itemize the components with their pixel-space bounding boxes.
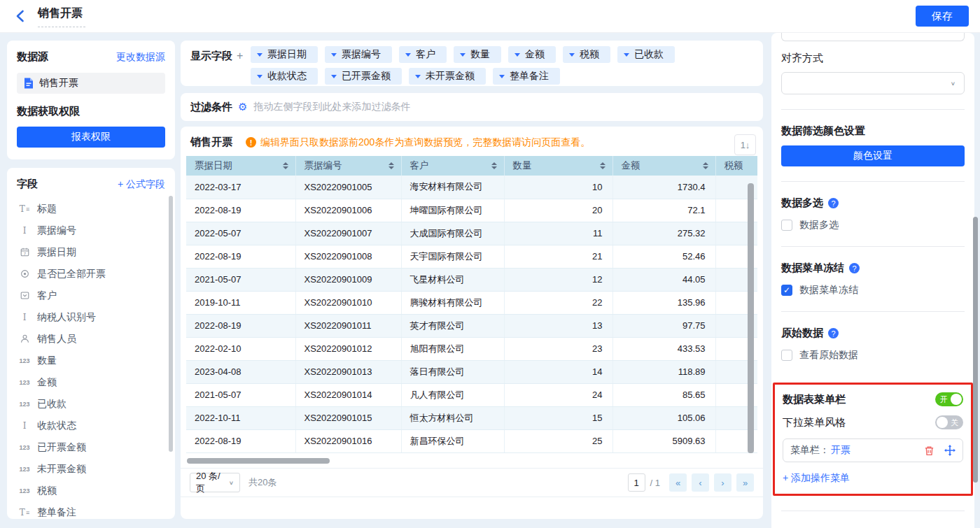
sort-arrows-icon[interactable] [703,162,708,169]
field-item[interactable]: 销售人员 [17,328,165,350]
table-row[interactable]: 2022-08-19 XS20220901011 英才有限公司 13 97.75 [186,314,757,337]
field-item[interactable]: 123 数量 [17,350,165,371]
save-button[interactable]: 保存 [916,6,969,27]
field-item[interactable]: 7 票据日期 [17,241,165,263]
column-header[interactable]: 票据日期 [186,156,295,176]
table-row[interactable]: 2022-03-17 XS20220901005 海安材料有限公司 10 173… [186,176,757,199]
menu-freeze-checkbox-row[interactable]: ✓ 数据菜单冻结 [781,284,965,297]
table-row[interactable]: 2022-08-19 XS20220901008 天宇国际有限公司 21 52.… [186,245,757,268]
sort-arrows-icon[interactable] [491,162,497,169]
column-header[interactable]: 数量 [504,156,612,176]
filter-panel: 过滤条件 ⚙ 拖动左侧字段到此处来添加过滤条件 [181,93,763,121]
menubar-toggle-on[interactable]: 开 [935,392,963,406]
table-row[interactable]: 2022-10-11 XS20220901015 恒太方材料公司 15 105.… [186,406,757,429]
color-settings-button[interactable]: 颜色设置 [781,145,965,166]
field-item[interactable]: 123 税额 [17,480,165,501]
display-field-chip[interactable]: 收款状态 [251,68,318,85]
help-icon[interactable]: ? [828,198,839,208]
cell-no: XS20220901007 [295,222,401,245]
display-field-chip[interactable]: 金额 [508,46,556,63]
fields-panel: 字段 + 公式字段 T≡ 标题 I 票据编号 7 票据日期 [7,168,175,519]
current-page-input[interactable]: 1 [628,473,645,492]
field-item[interactable]: 123 已开票金额 [17,436,165,458]
display-field-chip[interactable]: 整单备注 [493,68,560,85]
table-row[interactable]: 2022-05-07 XS20220901007 大成国际有限公司 11 275… [186,222,757,245]
table-row[interactable]: 2019-10-11 XS20220901010 腾骏材料有限公司 22 135… [186,291,757,314]
menu-item-row[interactable]: 菜单栏： 开票 [783,438,963,462]
help-icon[interactable]: ? [828,328,839,338]
field-item[interactable]: 客户 [17,285,165,306]
field-item[interactable]: I 收款状态 [17,415,165,436]
table-row[interactable]: 2022-02-10 XS20220901012 旭阳有限公司 23 433.5… [186,337,757,360]
checkbox-checked[interactable]: ✓ [781,285,792,296]
sort-arrows-icon[interactable] [283,162,288,169]
sort-order-icon: 1↓ [741,140,750,150]
table-row[interactable]: 2021-05-07 XS20220901009 飞星材料公司 12 44.05 [186,268,757,291]
report-permission-button[interactable]: 报表权限 [17,127,165,148]
text-icon: I [18,313,31,322]
add-formula-field-link[interactable]: + 公式字段 [118,178,165,191]
page-nav-button[interactable]: › [714,473,732,492]
sort-arrows-icon[interactable] [388,162,394,169]
datasource-item[interactable]: 销售开票 [17,73,165,94]
number-icon: 123 [18,487,31,494]
table-row[interactable]: 2022-08-19 XS20220901016 新昌环保公司 25 5909.… [186,429,757,452]
field-item[interactable]: T≡ 标题 [17,198,165,220]
multi-select-heading: 数据多选 [781,197,823,210]
field-item[interactable]: 123 未开票金额 [17,458,165,480]
table-horizontal-scrollbar[interactable] [187,458,330,464]
cell-amount: 433.53 [612,337,715,360]
change-datasource-link[interactable]: 更改数据源 [116,51,165,64]
field-item[interactable]: 123 已收款 [17,393,165,415]
display-field-chip[interactable]: 税额 [563,46,610,63]
display-field-chip[interactable]: 已收款 [617,46,675,63]
cell-no: XS20220901013 [295,360,401,383]
display-field-chip[interactable]: 未开票金额 [409,68,486,85]
field-item[interactable]: I 票据编号 [17,220,165,241]
table-row[interactable]: 2023-04-08 XS20220901013 落日有限公司 14 118.8… [186,360,757,383]
display-field-chip[interactable]: 票据编号 [325,46,392,63]
add-display-field-button[interactable]: + [237,50,243,62]
clipped-select[interactable] [781,33,965,41]
table-row[interactable]: 2021-05-07 XS20220901014 凡人有限公司 24 85.65 [186,383,757,406]
field-item[interactable]: 123 金额 [17,371,165,393]
raw-data-checkbox-row[interactable]: 查看原始数据 [781,349,965,362]
checkbox-unchecked[interactable] [781,350,792,361]
field-item[interactable]: I 纳税人识别号 [17,306,165,328]
column-header[interactable]: 税额 [715,156,757,176]
move-menu-handle[interactable] [944,445,955,456]
display-field-chip[interactable]: 票据日期 [251,46,318,63]
table-row[interactable]: 2022-08-19 XS20220901006 坤曜国际有限公司 20 72.… [186,199,757,222]
alignment-select[interactable]: ∨ [781,72,965,94]
fields-scrollbar[interactable] [169,196,173,452]
sort-arrows-icon[interactable] [600,162,606,169]
column-header[interactable]: 金额 [612,156,715,176]
add-operation-menu-link[interactable]: + 添加操作菜单 [783,472,963,485]
page-nav-button[interactable]: ‹ [692,473,709,492]
field-item[interactable]: T≡ 整单备注 [17,501,165,519]
display-field-chip[interactable]: 客户 [399,46,447,63]
gear-icon[interactable]: ⚙ [238,101,247,113]
page-nav-button[interactable]: « [669,473,687,492]
window-scrollbar[interactable] [973,217,978,483]
page-nav-button[interactable]: » [736,473,754,492]
table-vertical-scrollbar[interactable] [748,183,754,453]
delete-menu-button[interactable] [924,445,934,456]
field-item[interactable]: 是否已全部开票 [17,263,165,285]
number-icon: 123 [18,401,31,408]
display-field-chip[interactable]: 已开票金额 [325,68,402,85]
checkbox-unchecked[interactable] [781,220,792,231]
page-size-select[interactable]: 20 条/页 ∨ [190,473,240,492]
field-label: 票据编号 [37,224,76,237]
field-label: 标题 [37,203,57,215]
cell-date: 2022-05-07 [186,222,295,245]
column-header[interactable]: 票据编号 [295,156,401,176]
column-header[interactable]: 客户 [401,156,504,176]
sort-order-button[interactable]: 1↓ [734,134,756,155]
help-icon[interactable]: ? [849,263,860,273]
multi-select-checkbox-row[interactable]: 数据多选 [781,219,965,231]
dropdown-style-toggle-off[interactable]: 关 [935,415,963,429]
display-field-chip[interactable]: 数量 [454,46,501,63]
field-label: 纳税人识别号 [37,311,96,324]
back-button[interactable] [11,7,29,25]
